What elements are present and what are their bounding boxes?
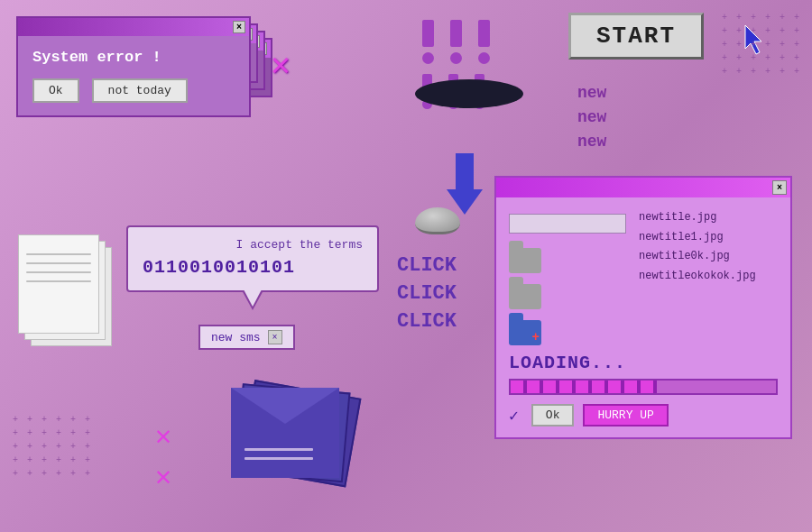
excl-bar	[450, 20, 462, 47]
progress-bar-fill	[511, 381, 657, 393]
folder-icon-blue: +	[509, 320, 541, 345]
envelope-main	[231, 388, 339, 478]
sms-label: new sms	[211, 331, 261, 344]
click-line-1: CLICK	[397, 252, 457, 280]
folder-icon-gray-2	[509, 284, 541, 309]
file-name-2: newtitle1.jpg	[639, 228, 756, 248]
excl-bar	[422, 20, 434, 47]
envelope-line-2	[245, 448, 313, 451]
file-item-3: +	[509, 320, 626, 345]
down-arrow-icon	[447, 153, 483, 215]
accept-terms-text: I accept the terms	[143, 238, 363, 252]
file-item-1	[509, 248, 626, 273]
dome-button[interactable]	[415, 207, 460, 234]
checkmark-icon: ✓	[509, 406, 519, 426]
click-line-3: CLICK	[397, 308, 457, 336]
progress-bar	[509, 379, 778, 395]
ok-button[interactable]: Ok	[32, 78, 79, 103]
file-names-column: newtitle.jpg newtitle1.jpg newtitle0k.jp…	[639, 208, 756, 286]
new-line-1: new	[577, 81, 606, 105]
binary-code-text: 0110010010101	[143, 257, 363, 278]
black-oval	[415, 79, 523, 108]
file-list-area: + newtitle.jpg newtitle1.jpg newtitle0k.…	[509, 208, 778, 345]
not-today-button[interactable]: not today	[92, 78, 188, 103]
folder-column: +	[509, 214, 626, 345]
file-ok-button[interactable]: Ok	[531, 404, 575, 427]
file-manager-close-button[interactable]: ×	[772, 180, 787, 195]
click-text-area: CLICK CLICK CLICK	[397, 252, 457, 335]
file-manager-footer: ✓ Ok HURRY UP	[509, 404, 778, 427]
error-window-main: × System error ! Ok not today	[16, 16, 251, 117]
click-line-2: CLICK	[397, 280, 457, 308]
sms-notification: new sms ×	[198, 325, 295, 350]
file-manager-title-bar: ×	[496, 178, 790, 197]
envelope-line-1	[245, 457, 313, 460]
excl-bar	[478, 20, 490, 47]
file-name-3: newtitle0k.jpg	[639, 247, 756, 267]
cross-icon-1: ✕	[155, 419, 171, 453]
blank-name-box	[509, 214, 626, 234]
file-manager-window: × + newtitle.	[494, 176, 792, 439]
hurry-up-button[interactable]: HURRY UP	[583, 404, 668, 427]
file-name-1: newtitle.jpg	[639, 208, 756, 228]
folder-icon-gray-1	[509, 248, 541, 273]
excl-dot	[422, 52, 434, 64]
close-button[interactable]: ×	[233, 21, 245, 33]
speech-bubble-area: I accept the terms 0110010010101	[126, 225, 379, 292]
new-line-3: new	[577, 130, 606, 154]
new-line-2: new	[577, 105, 606, 130]
start-button[interactable]: START	[568, 13, 704, 60]
excl-dot	[478, 52, 490, 64]
excl-dot	[450, 52, 462, 64]
file-item-2	[509, 284, 626, 309]
loading-text: LOADING...	[509, 353, 778, 373]
paper-doc-1	[18, 234, 99, 334]
cross-icon-2: ✕	[155, 460, 171, 493]
new-text-area: new new new	[577, 81, 606, 154]
file-manager-body: + newtitle.jpg newtitle1.jpg newtitle0k.…	[496, 197, 790, 437]
dot-grid-top-right: ++++++ ++++++ ++++++ ++++++ ++++++	[722, 13, 805, 77]
title-bar: ×	[18, 18, 249, 36]
speech-bubble: I accept the terms 0110010010101	[126, 225, 379, 292]
sms-close-button[interactable]: ×	[268, 330, 282, 344]
error-title: System error !	[32, 49, 235, 66]
file-name-4: newtitleokokok.jpg	[639, 267, 756, 287]
dot-grid-bottom-left: ++++++ ++++++ ++++++ ++++++ ++++++	[13, 415, 96, 479]
start-button-area: START	[568, 13, 704, 60]
exclamation-group	[422, 20, 490, 64]
big-x-icon: ✕	[271, 45, 291, 85]
email-envelope-group	[224, 352, 359, 478]
